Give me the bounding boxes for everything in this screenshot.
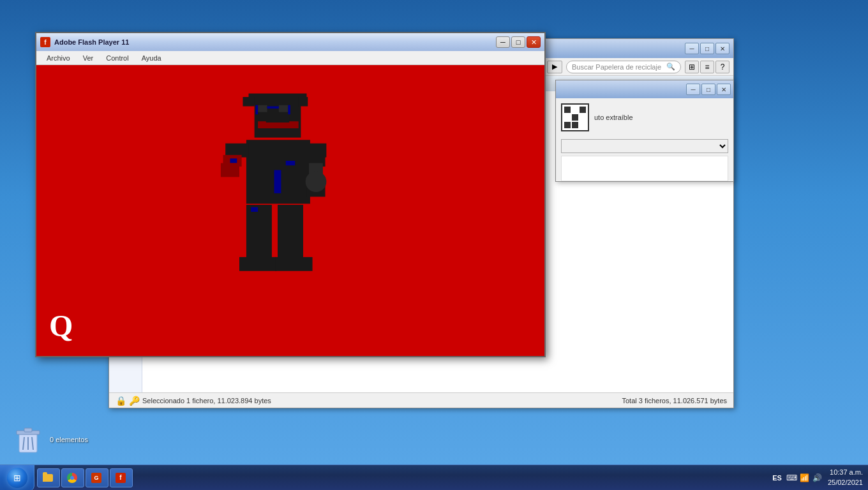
flash-maximize-button[interactable]: □ — [511, 36, 525, 48]
svg-rect-4 — [258, 105, 267, 112]
svg-rect-8 — [255, 105, 258, 115]
character-svg — [214, 84, 341, 301]
taskbar-network-icon: 📶 — [800, 473, 810, 483]
svg-rect-16 — [286, 161, 296, 165]
secondary-window: ─ □ ✕ uto extraíble — [555, 80, 734, 182]
q-letter: Q — [49, 308, 73, 343]
taskbar-apps: G f — [34, 465, 135, 490]
start-orb: ⊞ — [7, 468, 27, 488]
taskbar-app-chrome[interactable] — [61, 468, 84, 487]
help-icon[interactable]: ? — [715, 61, 730, 73]
svg-rect-27 — [274, 170, 281, 193]
flash-titlebar: f Adobe Flash Player 11 ─ □ ✕ — [36, 33, 544, 51]
status-right: Total 3 ficheros, 11.026.571 bytes — [622, 397, 728, 405]
taskbar-app-explorer[interactable] — [37, 468, 60, 487]
secondary-maximize[interactable]: □ — [701, 84, 715, 95]
recycle-bin-label: 0 elementos — [50, 436, 88, 443]
view-icon1[interactable]: ⊞ — [685, 61, 699, 73]
menu-archivo[interactable]: Archivo — [40, 53, 77, 63]
search-input-label[interactable]: Buscar Papelera de reciclaje — [572, 63, 661, 71]
taskbar: ⊞ G f ES ⌨ — [0, 464, 868, 490]
explorer-close-button[interactable]: ✕ — [715, 43, 730, 54]
svg-rect-23 — [278, 205, 303, 263]
start-button[interactable]: ⊞ — [0, 465, 34, 491]
svg-rect-5 — [279, 105, 288, 112]
secondary-window-select[interactable] — [561, 139, 728, 153]
pixel-character — [214, 84, 341, 303]
taskbar-keyboard-icon: ⌨ — [787, 473, 797, 483]
taskbar-language[interactable]: ES — [772, 474, 782, 482]
recycle-bin-area: 0 elementos — [13, 424, 88, 455]
flash-minimize-button[interactable]: ─ — [496, 36, 510, 48]
secondary-window-label: uto extraíble — [594, 114, 633, 121]
search-icon: 🔍 — [666, 63, 675, 71]
taskbar-game-icon: G — [91, 473, 101, 483]
flash-title: f Adobe Flash Player 11 — [40, 37, 129, 47]
menu-ayuda[interactable]: Ayuda — [135, 53, 168, 63]
view-icon2[interactable]: ≡ — [700, 61, 714, 73]
menu-control[interactable]: Control — [100, 53, 135, 63]
svg-rect-1 — [249, 94, 307, 105]
svg-rect-7 — [266, 118, 289, 122]
flash-window-controls: ─ □ ✕ — [496, 36, 541, 48]
secondary-window-content — [561, 156, 728, 181]
taskbar-flash-icon: f — [116, 473, 126, 483]
taskbar-app-flash[interactable]: f — [110, 468, 133, 487]
svg-rect-17 — [230, 158, 237, 163]
flash-close-button[interactable]: ✕ — [527, 36, 541, 48]
explorer-maximize-button[interactable]: □ — [700, 43, 714, 54]
flash-app-icon: f — [40, 37, 50, 47]
svg-point-20 — [306, 171, 327, 192]
explorer-statusbar: 🔒 🔑 Seleccionado 1 fichero, 11.023.894 b… — [109, 392, 733, 408]
svg-rect-22 — [246, 205, 272, 263]
flash-title-text: Adobe Flash Player 11 — [54, 38, 129, 46]
taskbar-right: ES ⌨ 📶 🔊 10:37 a.m. 25/02/2021 — [767, 465, 868, 490]
status-left: Seleccionado 1 fichero, 11.023.894 bytes — [142, 397, 271, 405]
taskbar-volume-icon: 🔊 — [812, 473, 823, 483]
svg-rect-24 — [239, 257, 276, 271]
svg-rect-9 — [288, 105, 290, 115]
taskbar-system-icons: ⌨ 📶 🔊 — [787, 473, 823, 483]
taskbar-app-game[interactable]: G — [86, 468, 108, 487]
taskbar-chrome-icon — [67, 473, 77, 483]
menu-ver[interactable]: Ver — [77, 53, 100, 63]
recycle-bin-svg — [13, 424, 43, 455]
windows-logo: ⊞ — [13, 473, 21, 483]
svg-rect-30 — [24, 428, 32, 432]
svg-rect-26 — [251, 207, 258, 212]
secondary-window-titlebar: ─ □ ✕ — [556, 80, 733, 98]
svg-rect-3 — [299, 97, 308, 107]
taskbar-clock[interactable]: 10:37 a.m. 25/02/2021 — [828, 468, 863, 487]
flash-content-area[interactable]: Q — [36, 65, 544, 356]
svg-rect-21 — [221, 163, 239, 177]
recycle-bin-icon[interactable] — [13, 424, 43, 455]
explorer-minimize-button[interactable]: ─ — [685, 43, 699, 54]
flash-player-window: f Adobe Flash Player 11 ─ □ ✕ Archivo Ve… — [35, 32, 546, 357]
taskbar-time: 10:37 a.m. — [828, 468, 863, 477]
flash-menubar: Archivo Ver Control Ayuda — [36, 51, 544, 65]
svg-rect-2 — [243, 97, 254, 107]
address-go-button[interactable]: ▶ — [547, 61, 562, 73]
taskbar-date: 25/02/2021 — [828, 478, 863, 487]
taskbar-explorer-icon — [43, 473, 53, 483]
svg-rect-25 — [275, 257, 312, 271]
svg-rect-10 — [267, 107, 279, 109]
secondary-close[interactable]: ✕ — [717, 84, 731, 95]
secondary-minimize[interactable]: ─ — [686, 84, 700, 95]
